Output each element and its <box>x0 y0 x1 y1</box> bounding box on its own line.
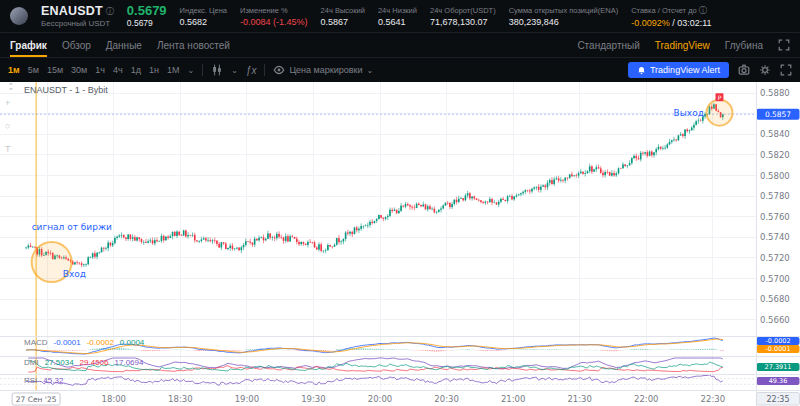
stat-label: Сумма открытых позиций(ENA) <box>509 6 618 15</box>
settings-gear-icon[interactable] <box>759 64 771 76</box>
timeframe-15m[interactable]: 15м <box>47 65 63 75</box>
svg-text:27 Сен '25: 27 Сен '25 <box>16 395 57 404</box>
stat-funding-rate: Ставка / Отсчет до ⓘ -0.0092% / 03:02:11 <box>631 5 711 28</box>
symbol-block: ENAUSDT ⓘ Бессрочный USDT <box>41 4 114 28</box>
price-marks-label: Цена маркировки <box>289 65 362 75</box>
tab-news-feed[interactable]: Лента новостей <box>157 33 230 57</box>
price-marks-caret-icon: ⌄ <box>366 66 373 75</box>
stat-label: Индекс. Цена <box>180 6 227 15</box>
stat-label: 24ч Оборот(USDT) <box>430 6 496 15</box>
stat-open-interest: Сумма открытых позиций(ENA) 380,239,846 <box>509 6 618 27</box>
stat-label: 24ч Высокий <box>321 6 365 15</box>
timeframe-dropdown-icon[interactable]: ⌄ <box>187 66 194 75</box>
tradingview-alert-button[interactable]: TradingView Alert <box>628 62 729 78</box>
chart-mode-depth[interactable]: Глубина <box>725 33 763 57</box>
chart-mode-tradingview[interactable]: TradingView <box>655 33 710 57</box>
stat-index-price: Индекс. Цена 0.5682 <box>180 6 227 27</box>
timeframe-30m[interactable]: 30м <box>71 65 87 75</box>
svg-text:0.5760: 0.5760 <box>760 212 790 222</box>
symbol-name[interactable]: ENAUSDT <box>41 4 103 18</box>
svg-text:0.5780: 0.5780 <box>760 191 790 201</box>
svg-text:22:35: 22:35 <box>766 395 789 404</box>
svg-text:19:30: 19:30 <box>301 394 326 404</box>
svg-text:20:30: 20:30 <box>434 394 459 404</box>
eye-icon <box>273 64 285 76</box>
chart-type-candles-icon[interactable] <box>211 64 223 76</box>
stat-value: 0.5682 <box>180 17 227 27</box>
stat-24h-turnover: 24ч Оборот(USDT) 71,678,130.07 <box>430 6 496 27</box>
svg-text:0.5840: 0.5840 <box>760 129 790 139</box>
timeframe-1h[interactable]: 1ч <box>95 65 105 75</box>
divider <box>264 64 265 76</box>
funding-info-icon[interactable]: ⓘ <box>699 6 707 15</box>
svg-text:21:00: 21:00 <box>501 394 526 404</box>
svg-text:0.5720: 0.5720 <box>760 253 790 263</box>
chart-type-dropdown-icon[interactable]: ⌄ <box>231 66 238 75</box>
svg-text:0.5660: 0.5660 <box>760 315 790 325</box>
stat-value: 0.5641 <box>378 17 417 27</box>
indicators-icon[interactable]: ƒx <box>246 65 257 76</box>
funding-rate: -0.0092% <box>631 18 670 28</box>
svg-text:0.5880: 0.5880 <box>760 88 790 98</box>
svg-text:0.5820: 0.5820 <box>760 150 790 160</box>
crosshair-tool-icon[interactable]: + <box>5 98 11 108</box>
fullscreen-icon[interactable] <box>780 64 792 76</box>
stat-value: -0.0084 (-1.45%) <box>240 17 308 27</box>
svg-text:49.36: 49.36 <box>769 377 788 385</box>
stat-label: Ставка / Отсчет до <box>631 6 697 15</box>
view-tabs: График Обзор Данные Лента новостей Станд… <box>0 32 800 57</box>
price-marks-dropdown[interactable]: Цена маркировки ⌄ <box>273 64 373 76</box>
stat-change-percent: Изменение % -0.0084 (-1.45%) <box>240 6 308 27</box>
mark-price: 0.5679 <box>127 18 167 28</box>
tab-overview[interactable]: Обзор <box>62 33 91 57</box>
timeframe-4h[interactable]: 4ч <box>113 65 123 75</box>
stat-value: 71,678,130.07 <box>430 17 496 27</box>
svg-text:22:30: 22:30 <box>701 394 726 404</box>
divider <box>202 64 203 76</box>
symbol-header: ENAUSDT ⓘ Бессрочный USDT 0.5679 0.5679 … <box>0 0 800 32</box>
svg-text:P: P <box>718 94 722 101</box>
svg-text:0.5857: 0.5857 <box>765 110 791 119</box>
stat-value: 380,239,846 <box>509 17 618 27</box>
collapse-legend-icon[interactable]: ⌃⌃ <box>8 83 14 93</box>
svg-text:сигнал от биржи: сигнал от биржи <box>32 222 112 232</box>
svg-text:0.5700: 0.5700 <box>760 274 790 284</box>
funding-countdown: / 03:02:11 <box>670 18 712 28</box>
svg-text:Выход: Выход <box>674 108 704 118</box>
chart-toolbar: 1м 5м 15м 30м 1ч 4ч 1д 1н 1М ⌄ ⌄ ƒx Цена… <box>0 57 800 82</box>
stat-label: Изменение % <box>240 6 308 15</box>
svg-text:-0.0001: -0.0001 <box>765 345 790 353</box>
tab-chart[interactable]: График <box>10 33 47 57</box>
contract-type: Бессрочный USDT <box>41 19 114 28</box>
tab-data[interactable]: Данные <box>106 33 142 57</box>
timeframe-1w[interactable]: 1н <box>149 65 159 75</box>
text-tool-icon[interactable]: T <box>5 144 11 154</box>
symbol-info-icon[interactable]: ⓘ <box>106 6 114 17</box>
bell-icon <box>637 66 646 75</box>
shape-tool-icon[interactable]: ○ <box>5 121 11 131</box>
stat-label: 24ч Низкий <box>378 6 417 15</box>
svg-text:0.5740: 0.5740 <box>760 232 790 242</box>
chart-mode-standard[interactable]: Стандартный <box>577 33 639 57</box>
svg-text:27.3911: 27.3911 <box>765 363 792 371</box>
chart-canvas[interactable]: 0.58800.58600.58400.58200.58000.57800.57… <box>0 82 800 406</box>
svg-text:20:00: 20:00 <box>368 394 393 404</box>
svg-text:-0.0002: -0.0002 <box>765 337 790 345</box>
stat-24h-high: 24ч Высокий 0.5867 <box>321 6 365 27</box>
coin-logo-icon <box>10 7 28 25</box>
bybit-trading-app: ENAUSDT ⓘ Бессрочный USDT 0.5679 0.5679 … <box>0 0 800 406</box>
timeframe-1d[interactable]: 1д <box>131 65 141 75</box>
chart-area: 0.58800.58600.58400.58200.58000.57800.57… <box>0 82 800 406</box>
svg-text:22:00: 22:00 <box>634 394 659 404</box>
screenshot-camera-icon[interactable] <box>738 64 750 76</box>
last-price: 0.5679 <box>127 4 167 17</box>
timeframe-5m[interactable]: 5м <box>28 65 39 75</box>
svg-text:21:30: 21:30 <box>567 394 592 404</box>
svg-text:Вход: Вход <box>63 269 86 279</box>
timeframe-1M[interactable]: 1М <box>167 65 180 75</box>
expand-icon[interactable] <box>778 39 790 51</box>
svg-text:0.5680: 0.5680 <box>760 294 790 304</box>
svg-text:19:00: 19:00 <box>235 394 260 404</box>
stat-24h-low: 24ч Низкий 0.5641 <box>378 6 417 27</box>
timeframe-1m[interactable]: 1м <box>8 65 20 75</box>
